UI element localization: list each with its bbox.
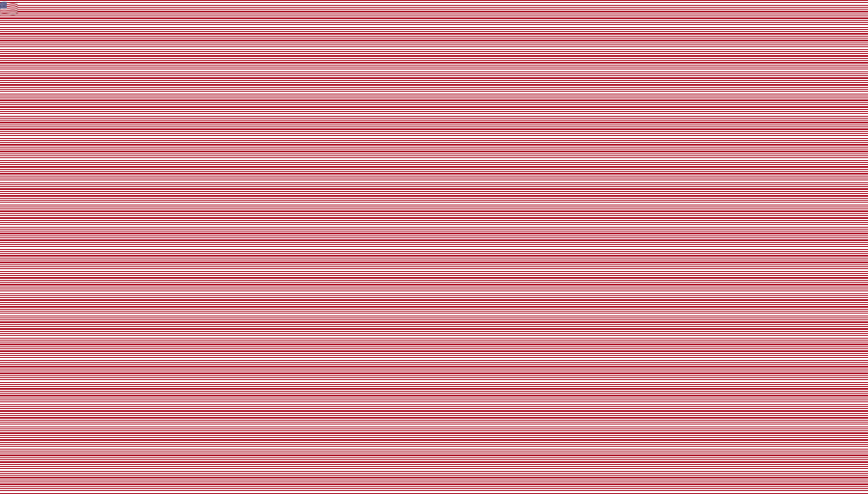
review-card: ✦ Trustpilot 2 Reviews 🇺🇸 United States … xyxy=(19,85,849,409)
us-flag-icon: 🇺🇸 xyxy=(705,110,726,131)
country-row: 🇺🇸 United States xyxy=(705,110,825,131)
card-header: ✦ Trustpilot 2 Reviews 🇺🇸 United States … xyxy=(20,86,848,170)
header-right: 🇺🇸 United States External Source xyxy=(705,110,825,147)
